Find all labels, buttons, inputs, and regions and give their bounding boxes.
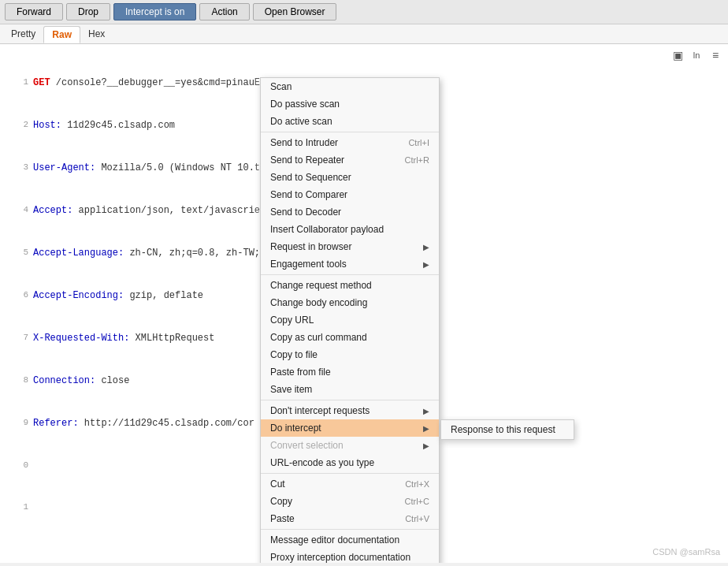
intercept-button[interactable]: Intercept is on bbox=[113, 3, 196, 20]
toolbar: Forward Drop Intercept is on Action Open… bbox=[0, 0, 728, 24]
editor-toolbar: ▣ ln ≡ bbox=[670, 47, 723, 63]
line-number: 3 bbox=[16, 161, 28, 174]
menu-item-paste[interactable]: PasteCtrl+V bbox=[261, 510, 439, 527]
menu-item-url-encode[interactable]: URL-encode as you type bbox=[261, 454, 439, 471]
menu-item-cut[interactable]: CutCtrl+X bbox=[261, 475, 439, 493]
line-number: 8 bbox=[16, 374, 28, 387]
divider bbox=[261, 473, 439, 474]
divider bbox=[261, 274, 439, 275]
menu-item-do-intercept[interactable]: Do intercept▶ Response to this request bbox=[261, 419, 439, 437]
watermark: CSDN @samRsa bbox=[652, 547, 720, 557]
line-number: 4 bbox=[16, 203, 28, 217]
line-number: 5 bbox=[16, 246, 28, 259]
context-menu: Scan Do passive scan Do active scan Send… bbox=[260, 77, 440, 563]
line-number: 1 bbox=[16, 501, 28, 514]
editor-icon-ln[interactable]: ln bbox=[689, 47, 704, 63]
editor-area: ▣ ln ≡ 1 GET /console?__debugger__=yes&c… bbox=[0, 44, 728, 563]
menu-item-paste-file[interactable]: Paste from file bbox=[261, 363, 439, 381]
divider bbox=[261, 529, 439, 530]
menu-item-send-decoder[interactable]: Send to Decoder bbox=[261, 203, 439, 221]
menu-item-save-item[interactable]: Save item bbox=[261, 381, 439, 398]
line-number: 9 bbox=[16, 416, 28, 430]
divider bbox=[261, 400, 439, 400]
menu-item-scan[interactable]: Scan bbox=[261, 78, 439, 95]
action-button[interactable]: Action bbox=[199, 3, 249, 20]
menu-item-engagement[interactable]: Engagement tools▶ bbox=[261, 255, 439, 273]
menu-item-dont-intercept[interactable]: Don't intercept requests▶ bbox=[261, 402, 439, 419]
editor-icon-menu[interactable]: ≡ bbox=[708, 47, 723, 63]
menu-item-change-encoding[interactable]: Change body encoding bbox=[261, 294, 439, 311]
menu-item-send-sequencer[interactable]: Send to Sequencer bbox=[261, 169, 439, 186]
line-number: 1 bbox=[16, 76, 28, 89]
menu-item-copy-url[interactable]: Copy URL bbox=[261, 311, 439, 329]
menu-item-send-repeater[interactable]: Send to RepeaterCtrl+R bbox=[261, 151, 439, 169]
menu-item-send-intruder[interactable]: Send to IntruderCtrl+I bbox=[261, 134, 439, 151]
forward-button[interactable]: Forward bbox=[5, 3, 63, 20]
submenu-do-intercept: Response to this request bbox=[440, 419, 574, 440]
line-number: 0 bbox=[16, 459, 28, 472]
menu-item-passive-scan[interactable]: Do passive scan bbox=[261, 95, 439, 113]
submenu-response-to-request[interactable]: Response to this request bbox=[441, 420, 574, 439]
drop-button[interactable]: Drop bbox=[66, 3, 110, 20]
line-number: 6 bbox=[16, 289, 28, 302]
menu-item-change-method[interactable]: Change request method bbox=[261, 277, 439, 294]
menu-item-collaborator[interactable]: Insert Collaborator payload bbox=[261, 221, 439, 238]
tab-bar: Pretty Raw Hex bbox=[0, 24, 728, 44]
tab-hex[interactable]: Hex bbox=[80, 26, 113, 43]
menu-item-active-scan[interactable]: Do active scan bbox=[261, 113, 439, 130]
tab-raw[interactable]: Raw bbox=[43, 26, 80, 43]
line-number: 2 bbox=[16, 118, 28, 132]
menu-item-convert-selection: Convert selection▶ bbox=[261, 437, 439, 454]
menu-item-request-browser[interactable]: Request in browser▶ bbox=[261, 238, 439, 255]
divider bbox=[261, 132, 439, 132]
menu-item-copy-curl[interactable]: Copy as curl command bbox=[261, 329, 439, 346]
menu-item-msg-editor-doc[interactable]: Message editor documentation bbox=[261, 531, 439, 549]
menu-item-send-comparer[interactable]: Send to Comparer bbox=[261, 186, 439, 203]
tab-pretty[interactable]: Pretty bbox=[3, 26, 43, 43]
editor-icon-square[interactable]: ▣ bbox=[670, 47, 685, 63]
menu-item-proxy-doc[interactable]: Proxy interception documentation bbox=[261, 549, 439, 563]
menu-item-copy-file[interactable]: Copy to file bbox=[261, 346, 439, 363]
line-number: 7 bbox=[16, 331, 28, 344]
open-browser-button[interactable]: Open Browser bbox=[253, 3, 337, 20]
menu-item-copy[interactable]: CopyCtrl+C bbox=[261, 493, 439, 510]
